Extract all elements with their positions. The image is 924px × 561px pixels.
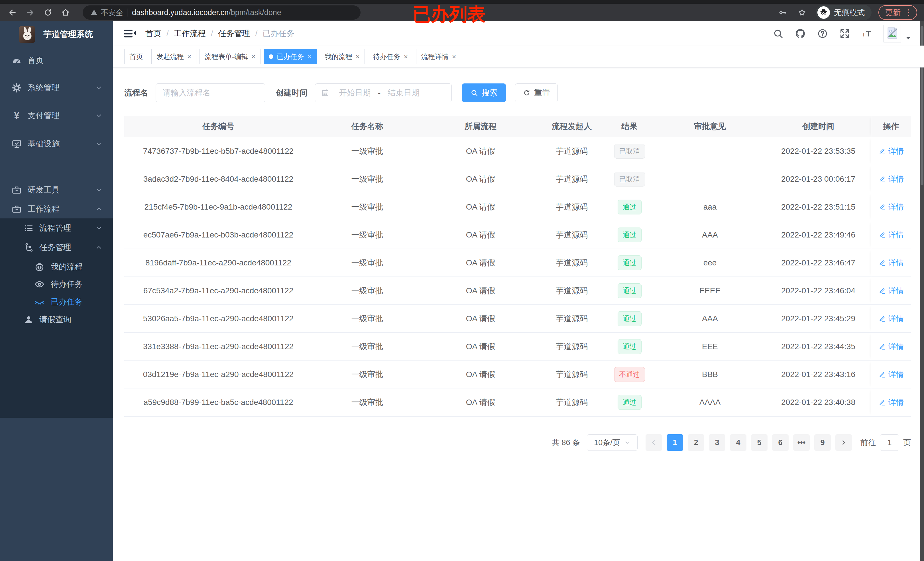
task-name: 一级审批 [312,277,422,304]
sidebar-item-process-mgmt[interactable]: 流程管理 [0,219,113,238]
avatar[interactable] [884,25,901,42]
page-scrollbar[interactable] [920,21,924,561]
page-button-4[interactable]: 4 [730,434,747,451]
close-icon[interactable]: × [187,53,191,60]
help-icon[interactable] [816,27,829,40]
breadcrumb-item[interactable]: 工作流程 [174,28,206,39]
sidebar-item-task-mgmt[interactable]: 任务管理 [0,238,113,257]
home-icon[interactable] [60,7,71,18]
sidebar-item-my-process[interactable]: 我的流程 [0,257,113,276]
active-tab-dot [269,54,273,59]
sidebar-item-label: 研发工具 [28,184,60,195]
chevron-down-icon [95,84,103,91]
font-size-icon[interactable]: TT [861,27,873,40]
date-range-picker[interactable]: - [315,84,452,102]
breadcrumb-item[interactable]: 首页 [146,28,161,39]
breadcrumb-item[interactable]: 任务管理 [218,28,250,39]
detail-link[interactable]: 详情 [878,341,904,352]
detail-link[interactable]: 详情 [878,286,904,296]
sidebar-item-payment[interactable]: ¥支付管理 [0,102,113,130]
sidebar-item-leave-query[interactable]: 请假查询 [0,310,113,329]
process-name-input[interactable] [156,84,266,102]
chevron-up-icon [95,205,103,213]
page-button-6[interactable]: 6 [772,434,789,451]
logo-row[interactable]: 芋道管理系统 [0,25,113,43]
pen-icon [878,231,888,239]
not-secure-label: 不安全 [101,8,123,18]
page-button-2[interactable]: 2 [688,434,704,451]
task-name: 一级审批 [312,361,422,388]
url-separator [127,9,128,16]
url-bar[interactable]: 不安全 dashboard.yudao.iocoder.cn/bpm/task/… [82,5,360,19]
forward-icon[interactable] [24,7,36,18]
detail-link[interactable]: 详情 [878,202,904,212]
tab-home[interactable]: 首页 [124,49,148,64]
next-page-button[interactable] [836,434,852,451]
update-button[interactable]: 更新 ⋮ [878,5,917,20]
detail-link[interactable]: 详情 [878,370,904,380]
detail-link[interactable]: 详情 [878,397,904,407]
page-size-select[interactable]: 10条/页 [587,434,638,451]
result-cell: 通过 [604,193,654,221]
breadcrumb-item: 已办任务 [262,28,294,39]
goto-page-input[interactable] [880,434,899,451]
tab-form-edit[interactable]: 流程表单-编辑× [200,49,261,64]
password-key-icon[interactable] [777,7,788,18]
sidebar-item-label: 待办任务 [51,279,82,290]
search-icon[interactable] [772,27,784,40]
close-icon[interactable]: × [404,53,408,60]
reload-icon[interactable] [42,7,54,18]
detail-label: 详情 [888,286,904,296]
page-button-5[interactable]: 5 [751,434,768,451]
caret-down-icon[interactable] [905,35,912,41]
tab-process-detail[interactable]: 流程详情× [416,49,461,64]
close-icon[interactable]: × [356,53,360,60]
detail-link[interactable]: 详情 [878,230,904,240]
reset-button[interactable]: 重置 [515,84,558,102]
close-icon[interactable]: × [251,53,255,60]
detail-link[interactable]: 详情 [878,174,904,184]
close-icon[interactable]: × [308,53,312,60]
tab-my-process[interactable]: 我的流程× [320,49,365,64]
close-icon[interactable]: × [452,53,456,60]
sidebar-item-label: 支付管理 [28,110,60,121]
collapse-sidebar-icon[interactable] [124,28,137,39]
sidebar-item-infra[interactable]: 基础设施 [0,130,113,158]
prev-page-button[interactable] [645,434,662,451]
task-name: 一级审批 [312,305,422,332]
tab-label: 待办任务 [373,52,400,61]
detail-link[interactable]: 详情 [878,258,904,268]
pen-icon [878,371,888,378]
chevron-down-icon [95,112,103,119]
process-name: OA 请假 [422,389,539,416]
tab-todo-tasks[interactable]: 待办任务× [368,49,413,64]
task-name: 一级审批 [312,333,422,360]
pen-icon [878,398,888,406]
search-button[interactable]: 搜索 [462,84,506,102]
user-menu[interactable] [884,25,912,42]
bookmark-star-icon[interactable] [796,7,808,18]
sidebar-item-todo-tasks[interactable]: 待办任务 [0,275,113,293]
sidebar-item-done-tasks[interactable]: 已办任务 [0,292,113,311]
page-button-1[interactable]: 1 [667,434,683,451]
fullscreen-icon[interactable] [838,27,851,40]
page-ellipsis-button[interactable]: ••• [793,434,810,451]
tab-done-tasks[interactable]: 已办任务× [264,49,316,64]
sidebar-item-system[interactable]: 系统管理 [0,74,113,102]
page-size-value: 10条/页 [594,437,620,448]
page-button-3[interactable]: 3 [709,434,725,451]
github-icon[interactable] [794,27,807,40]
detail-link[interactable]: 详情 [878,146,904,156]
back-icon[interactable] [7,7,18,18]
create-time: 2022-01-22 23:51:15 [765,193,871,221]
approve-comment: eee [654,249,765,277]
page-button-9[interactable]: 9 [814,434,831,451]
start-date-input[interactable] [333,88,376,97]
end-date-input[interactable] [382,88,425,97]
tab-launch-process[interactable]: 发起流程× [152,49,196,64]
browser-menu-icon[interactable]: ⋮ [904,9,913,16]
screen: 不安全 dashboard.yudao.iocoder.cn/bpm/task/… [0,0,924,561]
sidebar-item-home[interactable]: 首页 [0,46,113,74]
detail-link[interactable]: 详情 [878,314,904,324]
create-time: 2022-01-22 23:49:46 [765,221,871,248]
